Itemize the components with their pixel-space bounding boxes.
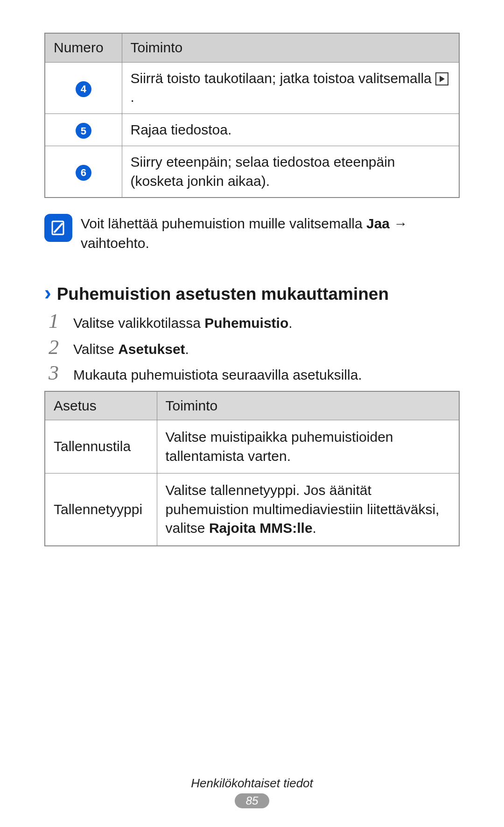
step-number: 1 [44,311,63,332]
step-post: . [185,341,189,357]
setting-cell: Tallennustila [45,420,157,474]
step-text: Mukauta puhemuistiota seuraavilla asetuk… [73,365,362,385]
col-header-function: Toiminto [122,33,459,62]
section-heading: › Puhemuistion asetusten mukauttaminen [44,281,460,304]
note-text: Voit lähettää puhemuistion muille valits… [81,212,460,253]
chevron-right-icon: › [44,281,51,304]
step-text: Valitse valikkotilassa Puhemuistio. [73,313,293,333]
page-number-badge: 85 [235,793,270,808]
col-header-function: Toiminto [157,391,459,420]
func-pre: Valitse muistipaikka puhemuistioiden tal… [166,429,393,464]
steps-list: 1 Valitse valikkotilassa Puhemuistio. 2 … [44,311,460,385]
step-pre: Valitse valikkotilassa [73,315,204,331]
play-icon [435,72,448,85]
func-post: . [313,520,316,536]
settings-table: Asetus Toiminto Tallennustila Valitse mu… [44,391,460,546]
page-footer: Henkilökohtaiset tiedot 85 [0,776,504,808]
table-row: Tallenn­etyyppi Valitse tallennetyyppi. … [45,474,459,546]
function-cell: Rajaa tiedostoa. [122,113,459,146]
number-badge-icon: 4 [76,81,91,97]
manual-page: Numero Toiminto 4 Siirrä toisto taukotil… [0,0,504,827]
step-pre: Mukauta puhemuistiota seuraavilla asetuk… [73,367,362,382]
function-text-tail: . [131,89,134,105]
function-text: Siirrä toisto taukotilaan; jatka toistoa… [131,71,436,86]
note-pre: Voit lähettää puhemuistion muille valits… [81,216,366,231]
function-cell: Valitse tallennetyyppi. Jos äänität puhe… [157,474,459,546]
func-bold: Rajoita MMS:lle [209,520,313,536]
step-post: . [288,315,292,331]
function-cell: Valitse muistipaikka puhemuistioiden tal… [157,420,459,474]
list-item: 1 Valitse valikkotilassa Puhemuistio. [44,311,460,333]
section-title: Puhemuistion asetusten mukauttaminen [57,284,389,304]
footer-section-title: Henkilökohtaiset tiedot [0,776,504,791]
step-text: Valitse Asetukset. [73,339,189,360]
step-bold: Asetukset [118,341,185,357]
note-block: Voit lähettää puhemuistion muille valits… [44,212,460,253]
step-pre: Valitse [73,341,118,357]
step-bold: Puhemuistio [204,315,288,331]
table-row: 5 Rajaa tiedostoa. [45,113,459,146]
number-badge-icon: 6 [76,165,91,181]
number-badge-icon: 5 [76,123,91,139]
step-number: 3 [44,363,63,383]
setting-cell: Tallenn­etyyppi [45,474,157,546]
note-icon [44,214,72,242]
list-item: 3 Mukauta puhemuistiota seuraavilla aset… [44,363,460,385]
table-row: Tallennustila Valitse muistipaikka puhem… [45,420,459,474]
col-header-setting: Asetus [45,391,157,420]
function-table: Numero Toiminto 4 Siirrä toisto taukotil… [44,33,460,198]
note-bold: Jaa [366,216,390,231]
table-row: 4 Siirrä toisto taukotilaan; jatka toist… [45,62,459,113]
col-header-number: Numero [45,33,122,62]
table-row: 6 Siirry eteenpäin; selaa tiedostoa etee… [45,146,459,198]
step-number: 2 [44,337,63,358]
list-item: 2 Valitse Asetukset. [44,337,460,360]
function-cell: Siirrä toisto taukotilaan; jatka toistoa… [122,62,459,113]
function-cell: Siirry eteenpäin; selaa tiedostoa eteenp… [122,146,459,198]
